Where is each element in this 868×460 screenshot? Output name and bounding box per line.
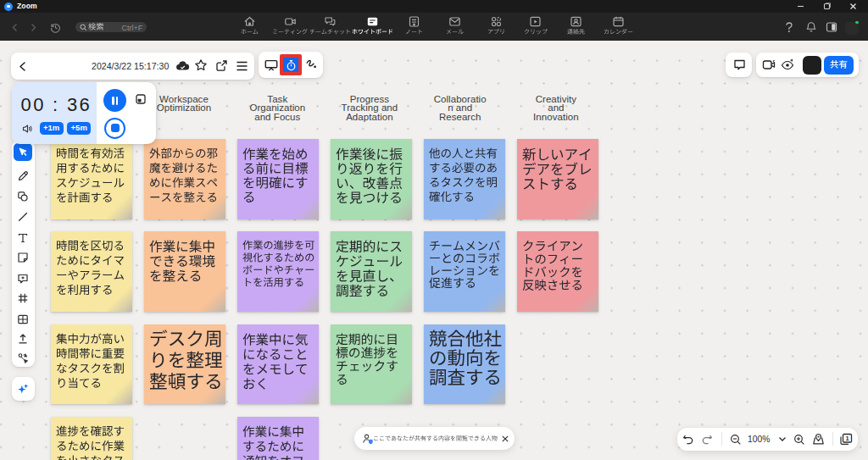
svg-text:1: 1 xyxy=(845,435,849,442)
